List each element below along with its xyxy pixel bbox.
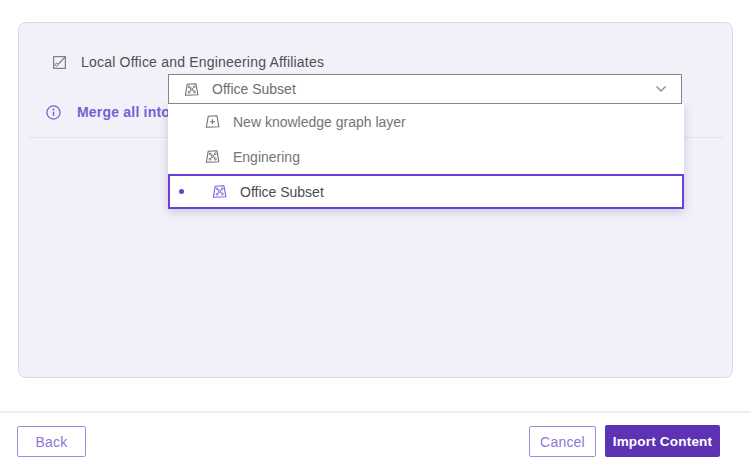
menu-item-label: New knowledge graph layer	[233, 114, 406, 130]
selected-dot	[179, 189, 184, 194]
import-content-button[interactable]: Import Content	[605, 425, 720, 457]
dataset-row: Local Office and Engineering Affiliates	[51, 53, 324, 71]
dataset-layer-icon	[51, 54, 68, 71]
menu-item-label: Office Subset	[240, 184, 324, 200]
menu-item-new-knowledge-graph-layer[interactable]: New knowledge graph layer	[168, 104, 684, 139]
new-knowledge-graph-layer-icon	[204, 113, 221, 130]
cancel-button[interactable]: Cancel	[529, 426, 596, 457]
footer-divider	[0, 411, 751, 413]
info-icon[interactable]	[45, 104, 62, 121]
merge-target-select[interactable]: Office Subset	[168, 74, 682, 104]
menu-item-enginering[interactable]: Enginering	[168, 139, 684, 174]
knowledge-graph-layer-icon	[211, 183, 228, 200]
menu-item-label: Enginering	[233, 149, 300, 165]
knowledge-graph-layer-icon	[204, 148, 221, 165]
merge-all-into-label: Merge all into	[77, 104, 170, 120]
chevron-down-icon[interactable]	[655, 85, 667, 93]
dataset-label: Local Office and Engineering Affiliates	[81, 54, 324, 70]
merge-target-menu: New knowledge graph layer Enginering Off…	[168, 104, 684, 209]
knowledge-graph-layer-icon	[183, 81, 200, 98]
menu-item-office-subset[interactable]: Office Subset	[168, 174, 684, 209]
combobox-selected-value: Office Subset	[212, 81, 643, 97]
merge-row: Merge all into	[45, 103, 170, 121]
back-button[interactable]: Back	[17, 426, 86, 457]
